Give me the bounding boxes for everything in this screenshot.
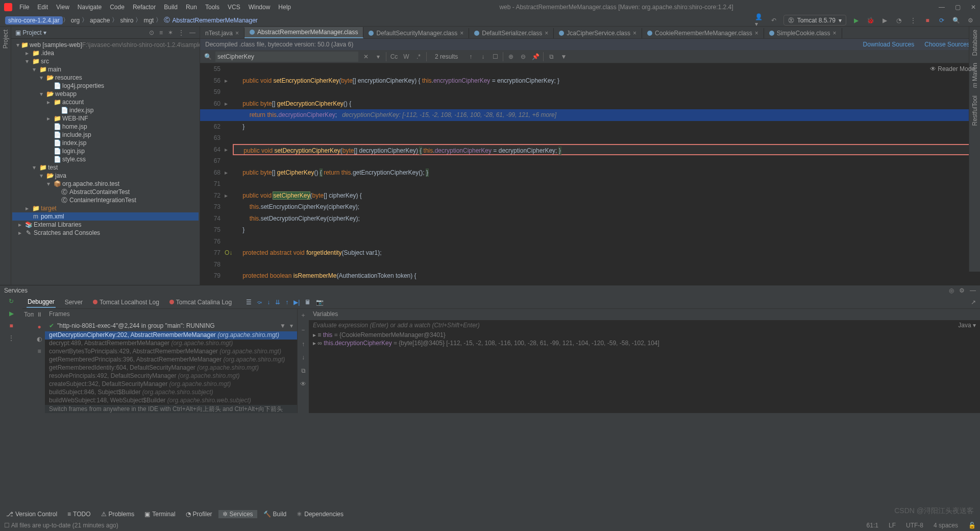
run-to-cursor-icon[interactable]: ▶|	[293, 299, 300, 306]
coverage-icon[interactable]: ▶	[880, 16, 889, 25]
match-case-icon[interactable]: Cc	[389, 53, 399, 60]
tree-node[interactable]: ⒸContainerIntegrationTest	[12, 196, 199, 204]
editor-tab[interactable]: nTest.java ×	[200, 28, 244, 38]
editor[interactable]: 👁 Reader Mode 55565960616263646768717273…	[200, 63, 980, 285]
menu-code[interactable]: Code	[107, 4, 128, 11]
dependencies-button[interactable]: ⚛ Dependencies	[292, 510, 348, 518]
stack-frame[interactable]: buildWebSubject:148, WebSubject$Builder …	[45, 397, 297, 405]
settings-icon[interactable]: ⚙	[966, 16, 975, 25]
clear-search-icon[interactable]: ✕	[361, 53, 371, 60]
panel-settings-icon[interactable]: ⋮	[178, 29, 184, 36]
words-icon[interactable]: W	[402, 53, 411, 60]
restful-tool-button[interactable]: RestfulTool	[971, 95, 978, 126]
up-watch-icon[interactable]: ↑	[302, 341, 305, 348]
more-icon[interactable]: ⋮	[8, 334, 14, 342]
tree-node[interactable]: 📄include.jsp	[12, 131, 199, 139]
tomcat-localhost-log-tab[interactable]: Tomcat Localhost Log	[92, 297, 160, 307]
tree-node[interactable]: 📄log4j.properties	[12, 82, 199, 90]
select-opened-icon[interactable]: ⊙	[149, 29, 154, 36]
tree-node[interactable]: ▸✎Scratches and Consoles	[12, 229, 199, 237]
run-config-combo[interactable]: ㉆ Tomcat 8.5.79 ▾	[783, 15, 846, 26]
open-in-icon[interactable]: ↗	[971, 299, 976, 306]
line-sep[interactable]: LF	[889, 522, 896, 529]
crumb-mgt[interactable]: mgt	[141, 17, 156, 24]
editor-tab[interactable]: DefaultSecurityManager.class ×	[363, 28, 469, 38]
tree-node[interactable]: 📄style.css	[12, 155, 199, 163]
profiler-button[interactable]: ◔ Profiler	[182, 510, 216, 518]
tree-node[interactable]: ▸📁WEB-INF	[12, 114, 199, 123]
remove-watch-icon[interactable]: －	[300, 326, 306, 334]
tree-node[interactable]: 📄login.jsp	[12, 147, 199, 155]
thread-dropdown-icon[interactable]: ▾	[290, 322, 293, 329]
choose-sources-link[interactable]: Choose Sources...	[924, 41, 975, 48]
view-bp-icon[interactable]: ◐	[37, 335, 42, 343]
editor-tab[interactable]: AbstractRememberMeManager.class	[244, 27, 363, 38]
filter-icon[interactable]: ▼	[559, 53, 568, 60]
find-input[interactable]	[215, 52, 358, 62]
services-hide-icon[interactable]: —	[970, 287, 976, 294]
thread-selector[interactable]: ✔"http-nio-8081-exec-4"@2,244 in group "…	[45, 320, 297, 331]
project-tree[interactable]: ▾📁web [samples-web] F:\javasec-env\shiro…	[11, 39, 200, 285]
crumb-apache[interactable]: apache	[88, 17, 112, 24]
tree-node[interactable]: ▸📚External Libraries	[12, 221, 199, 229]
gutter[interactable]: 55565960616263646768717273747576777879	[200, 63, 225, 282]
step-into-icon[interactable]: ↓	[267, 299, 270, 306]
tree-node[interactable]: ▾📂resources	[12, 74, 199, 82]
services-layout-icon[interactable]: ◎	[949, 287, 954, 294]
vcs-button[interactable]: ⎇ Version Control	[2, 510, 61, 518]
back-icon[interactable]: ↶	[769, 16, 778, 25]
variable-row[interactable]: ▸ ∞ this.decryptionCipherKey = {byte[16]…	[309, 340, 980, 348]
services-button[interactable]: ✲ Services	[218, 510, 257, 518]
dup-watch-icon[interactable]: ⧉	[301, 367, 306, 374]
pin-icon[interactable]: 📌	[531, 53, 540, 60]
stack-frame[interactable]: getRememberedIdentity:604, DefaultSecuri…	[45, 364, 297, 372]
vcs-update-icon[interactable]: ⟳	[937, 16, 946, 25]
reader-mode-toggle[interactable]: 👁 Reader Mode	[930, 65, 975, 73]
new-watch-icon[interactable]: ＋	[300, 311, 306, 320]
tree-node[interactable]: ▾📁main	[12, 65, 199, 74]
debug-icon[interactable]: 🐞	[866, 16, 875, 25]
trace-icon[interactable]: 📷	[316, 299, 324, 306]
debugger-tab[interactable]: Debugger	[27, 297, 56, 308]
menu-vcs[interactable]: VCS	[225, 4, 243, 11]
editor-tab[interactable]: CookieRememberMeManager.class ×	[642, 28, 764, 38]
crumb-class[interactable]: Ⓒ AbstractRememberMeManager	[162, 16, 259, 25]
problems-button[interactable]: ⚠ Problems	[97, 510, 139, 518]
tree-node[interactable]: ▸📁target	[12, 204, 199, 212]
stack-frame[interactable]: decrypt:489, AbstractRememberMeManager (…	[45, 340, 297, 348]
select-all-icon[interactable]: ☐	[491, 53, 500, 60]
crumb-jar[interactable]: shiro-core-1.2.4.jar	[5, 16, 63, 25]
menu-navigate[interactable]: Navigate	[75, 4, 105, 11]
project-tool-button[interactable]: Project	[2, 30, 9, 49]
stack-frame[interactable]: buildSubject:846, Subject$Builder (org.a…	[45, 389, 297, 397]
maximize-icon[interactable]: ▢	[955, 4, 961, 11]
toggle-icon[interactable]: ⧉	[547, 53, 556, 60]
hide-panel-icon[interactable]: —	[189, 29, 195, 36]
tree-node[interactable]: 📄home.jsp	[12, 123, 199, 131]
menu-window[interactable]: Window	[246, 4, 274, 11]
tree-node[interactable]: ▸📁.idea	[12, 49, 199, 57]
menu-tools[interactable]: Tools	[202, 4, 223, 11]
stack-frame[interactable]: getDecryptionCipherKey:202, AbstractReme…	[45, 331, 297, 340]
find-history-icon[interactable]: ▾	[374, 53, 383, 60]
indent[interactable]: 4 spaces	[934, 522, 958, 529]
close-icon[interactable]: ✕	[971, 4, 976, 11]
profile-icon[interactable]: ◔	[894, 16, 903, 25]
stack-frame[interactable]: resolvePrincipals:492, DefaultSecurityMa…	[45, 372, 297, 380]
search-everywhere-icon[interactable]: 🔍	[951, 16, 961, 25]
regex-icon[interactable]: .*	[414, 53, 423, 60]
collapse-icon[interactable]: ≡	[37, 348, 41, 355]
build-button[interactable]: 🔨 Build	[259, 510, 291, 518]
encoding[interactable]: UTF-8	[906, 522, 923, 529]
menu-file[interactable]: File	[16, 4, 32, 11]
rerun-icon[interactable]: ↻	[9, 298, 14, 305]
tree-node[interactable]: ▾📂java	[12, 172, 199, 180]
next-match-icon[interactable]: ↓	[478, 53, 487, 60]
filter-frames-icon[interactable]: ▼	[280, 322, 286, 329]
tree-node[interactable]: ▸📁account	[12, 98, 199, 106]
menu-run[interactable]: Run	[183, 4, 200, 11]
editor-tab[interactable]: SimpleCookie.class ×	[764, 28, 842, 38]
resume-icon[interactable]: ▶	[9, 310, 14, 317]
menu-edit[interactable]: Edit	[34, 4, 51, 11]
lang-combo[interactable]: Java ▾	[958, 322, 976, 330]
